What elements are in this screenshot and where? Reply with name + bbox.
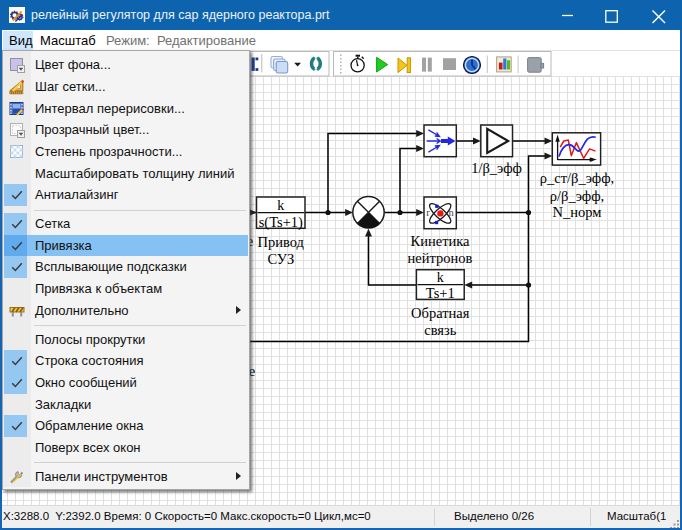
- svg-text:связь: связь: [424, 322, 456, 338]
- svg-text:r: r: [426, 207, 430, 218]
- svg-text:N_норм: N_норм: [553, 204, 602, 220]
- svg-text:Обратная: Обратная: [411, 305, 470, 321]
- svg-text:ρ_ст/β_эфф,: ρ_ст/β_эфф,: [540, 170, 614, 186]
- svg-text:n: n: [448, 207, 454, 218]
- svg-text:k: k: [437, 270, 444, 285]
- svg-text:нейтронов: нейтронов: [408, 250, 473, 266]
- svg-text:ρ/β_эфф,: ρ/β_эфф,: [550, 188, 604, 204]
- svg-text:k: k: [277, 198, 284, 213]
- svg-text:СУЗ: СУЗ: [267, 251, 294, 267]
- svg-text:Привод: Привод: [258, 234, 305, 250]
- svg-text:Кинетика: Кинетика: [411, 233, 471, 249]
- svg-text:1/β_эфф: 1/β_эфф: [471, 160, 522, 176]
- svg-text:s(Ts+1): s(Ts+1): [259, 214, 303, 231]
- svg-text:Ts+1: Ts+1: [426, 285, 455, 301]
